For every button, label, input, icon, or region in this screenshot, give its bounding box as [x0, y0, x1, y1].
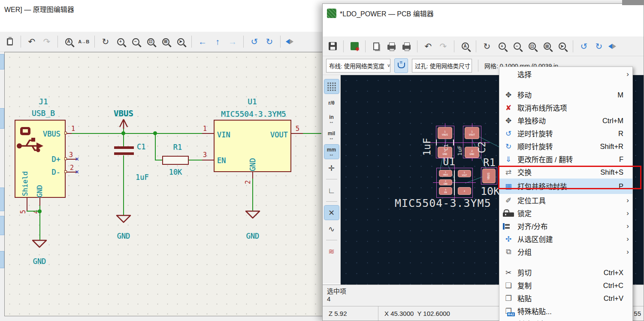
page-settings-button[interactable] [370, 40, 383, 53]
zoom-fit-button[interactable]: ⊡ [526, 40, 538, 53]
gnd-symbol-icon [31, 239, 48, 248]
wire-vbus[interactable] [72, 133, 202, 134]
ratsnest-toggle[interactable]: ✕ [324, 206, 339, 220]
curved-ratsnest-icon: ∿ [328, 225, 335, 233]
grid-dots-toggle[interactable] [324, 79, 339, 94]
component-value: 10K [163, 168, 188, 176]
rotate-cw-button[interactable]: ↻ [263, 35, 276, 48]
units-mils-toggle[interactable]: mil ↔ [324, 128, 339, 142]
rotate-ccw-button[interactable]: ↺ [577, 40, 590, 53]
crosshair-cursor-toggle[interactable]: ✛ [324, 161, 339, 175]
separator [94, 36, 95, 48]
unroute-icon: ✘ [503, 103, 514, 112]
pad[interactable]: 3 EN [439, 187, 452, 195]
via-size-dropdown[interactable]: 过孔: 使用网络类尺寸 ∨ [412, 59, 472, 73]
wire-r1-right[interactable] [189, 160, 202, 160]
left-tool-fragment[interactable] [0, 188, 4, 211]
wire-vout[interactable] [303, 133, 321, 134]
menu-item-create-from-selection[interactable]: ✣ 从选区创建 › [499, 233, 632, 245]
left-tool-fragment[interactable] [0, 108, 4, 129]
menu-item-copy[interactable]: ❏ 复制 Ctrl+C [499, 279, 632, 292]
print-button[interactable] [385, 40, 398, 53]
zoom-objects-button[interactable]: ⊞ [159, 35, 172, 48]
menu-item-group[interactable]: ⧉ 分组 › [499, 245, 632, 258]
menu-item-flip[interactable]: ⇓ 更改所在面 / 翻转 F [499, 153, 632, 166]
menu-item-duplicate[interactable]: ⊞ 创建副本 Ctrl+D [499, 318, 632, 321]
left-tool-fragment[interactable] [0, 251, 4, 268]
left-tool-fragment[interactable] [0, 216, 4, 235]
refresh-button[interactable]: ↻ [481, 40, 493, 53]
polar-coords-toggle[interactable]: r/θ [324, 96, 339, 110]
menu-item-paste[interactable]: ❐ 粘贴 Ctrl+V [499, 292, 632, 305]
left-tool-fragment[interactable] [0, 54, 4, 70]
menu-item-position-tools[interactable]: ✐ 定位工具 › [499, 194, 632, 207]
units-inches-toggle[interactable]: in ↔ [324, 112, 339, 126]
wire-c1-top[interactable] [123, 133, 124, 146]
rotate-ccw-button[interactable]: ↺ [248, 35, 261, 48]
menu-item-cut[interactable]: ✂ 剪切 Ctrl+X [499, 266, 632, 279]
pad[interactable]: 2 GND [439, 179, 452, 185]
pad[interactable]: VBUS [482, 169, 496, 183]
mirror-button[interactable] [285, 35, 298, 48]
menu-item-rotate-ccw[interactable]: ↺ 逆时针旋转 R [499, 127, 632, 140]
zoom-objects-button[interactable]: ⊞ [541, 40, 553, 53]
zoom-out-button[interactable]: − [511, 40, 523, 53]
zoom-selection-button[interactable]: ➤ [556, 40, 568, 53]
paste-button[interactable] [3, 35, 16, 48]
redo-button[interactable]: ↷ [437, 40, 450, 53]
menu-item-align-distribute[interactable]: 对齐/分布 › [499, 220, 632, 233]
separator [243, 36, 244, 48]
save-icon [329, 42, 337, 50]
menu-item-select[interactable]: 选择 › [499, 68, 632, 81]
undo-button[interactable]: ↶ [25, 35, 38, 48]
curved-ratsnest-toggle[interactable]: ∿ [324, 222, 339, 236]
menu-item-lock[interactable]: 锁定 › [499, 207, 632, 220]
board-setup-button[interactable] [348, 40, 361, 53]
wire-u1-gnd[interactable] [252, 179, 253, 211]
zoom-in-button[interactable]: + [496, 40, 508, 53]
back-button[interactable]: ← [196, 35, 209, 48]
undo-button[interactable]: ↶ [422, 40, 435, 53]
zoom-in-button[interactable]: + [114, 35, 127, 48]
refresh-button[interactable]: ↻ [99, 35, 112, 48]
find-button[interactable]: A [459, 40, 472, 53]
undo-icon: ↶ [28, 37, 36, 46]
rotate-cw-button[interactable]: ↻ [593, 40, 605, 53]
pad[interactable]: 4 [458, 187, 471, 195]
net-highlight-toggle[interactable]: ≋ [324, 244, 339, 258]
angle-45-toggle[interactable]: ∟ [324, 183, 339, 197]
units-mm-toggle[interactable]: mm ↔ [324, 145, 339, 159]
schematic-canvas[interactable]: J1 USB_B VBUS D+ D- Shield GND [4, 52, 323, 316]
pad[interactable]: 1 VBUS [439, 170, 452, 177]
component-ref: C1 [137, 142, 145, 151]
pad[interactable]: 5 VOUT [458, 170, 471, 177]
zoom-selection-button[interactable]: ➤ [174, 35, 187, 48]
power-label: VBUS [111, 109, 136, 118]
menu-item-paste-special[interactable]: ❐ 特殊粘贴... R42 [499, 305, 632, 318]
align-distribute-icon [503, 223, 514, 230]
paste-special-badge: R42 [507, 312, 515, 316]
wire-r1-branch[interactable] [155, 133, 156, 160]
zoom-out-button[interactable]: − [129, 35, 142, 48]
zoom-fit-button[interactable]: ⊡ [144, 35, 157, 48]
plot-button[interactable] [400, 40, 413, 53]
pcb-titlebar: *LDO_POWER — PCB 编辑器 [323, 4, 644, 23]
menu-item-unroute-selected[interactable]: ✘ 取消布线所选项 [499, 101, 632, 114]
schematic-window-title: WER] — 原理图编辑器 [4, 4, 74, 14]
background-window-fragment [622, 0, 644, 5]
track-width-dropdown[interactable]: 布线: 使用网络类宽度 ∨ [326, 59, 390, 73]
find-replace-button[interactable]: A→B [77, 35, 90, 48]
save-button[interactable] [326, 40, 339, 53]
menu-item-move-individually[interactable]: ✥ 单独移动 Ctrl+M [499, 114, 632, 127]
up-button[interactable]: ↑ [211, 35, 224, 48]
forward-button[interactable]: → [226, 35, 239, 48]
track-width-toggle-button[interactable] [394, 58, 408, 73]
footprint-ref: U1 [443, 156, 455, 168]
wire-c1-gnd[interactable] [123, 155, 124, 215]
find-button[interactable]: A [62, 35, 75, 48]
menu-item-rotate-cw[interactable]: ↻ 顺时针旋转 Shift+R [499, 140, 632, 153]
menu-item-move[interactable]: ✥ 移动 M [499, 88, 632, 101]
find-replace-icon: A→B [78, 39, 89, 44]
flip-button[interactable] [608, 40, 620, 53]
redo-button[interactable]: ↷ [40, 35, 53, 48]
